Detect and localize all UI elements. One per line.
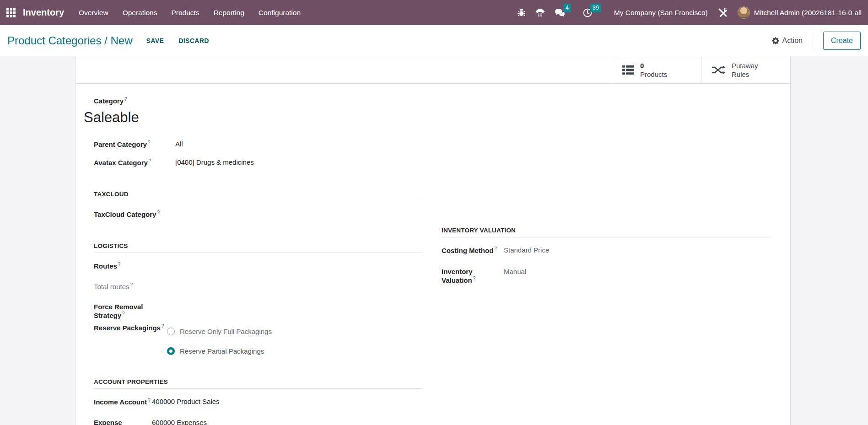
button-box: 0 Products Putaway Rules — [75, 56, 790, 84]
shuffle-icon — [712, 65, 726, 75]
reserve-packagings-help: ? — [162, 323, 164, 328]
taxcloud-category-help: ? — [157, 210, 160, 215]
avatax-category-value[interactable]: [0400] Drugs & medicines — [175, 158, 422, 166]
menu-operations[interactable]: Operations — [122, 7, 158, 19]
menu-configuration[interactable]: Configuration — [258, 7, 302, 19]
putaway-rules-label: Putaway Rules — [732, 61, 774, 79]
form-sheet: 0 Products Putaway Rules — [75, 56, 791, 425]
avatax-category-help: ? — [149, 158, 151, 163]
account-properties-section-title: ACCOUNT PROPERTIES — [94, 378, 422, 389]
routes-help: ? — [118, 262, 121, 267]
products-stat-button[interactable]: 0 Products — [612, 56, 701, 83]
apps-menu-button[interactable] — [0, 0, 22, 25]
costing-method-help: ? — [494, 246, 497, 251]
radio-label: Reserve Only Full Packagings — [180, 328, 272, 335]
radio-icon — [167, 328, 175, 335]
total-routes-label: Total routes — [94, 283, 129, 291]
company-switcher[interactable]: My Company (San Francisco) — [614, 9, 708, 17]
tools-icon[interactable] — [718, 8, 728, 17]
control-panel: Product Categories / New SAVE DISCARD Ac… — [0, 25, 868, 56]
app-name[interactable]: Inventory — [23, 7, 64, 18]
taxcloud-section-title: TAXCLOUD — [94, 191, 422, 201]
expense-account-value[interactable]: 600000 Expenses — [152, 419, 422, 425]
force-removal-strategy-help: ? — [122, 311, 125, 316]
systray: 4 39 My Company (San Francisco) Mitchell… — [507, 6, 862, 19]
category-help: ? — [124, 97, 127, 102]
control-panel-right: Action Create — [772, 32, 861, 50]
reserve-packagings-options: Reserve Only Full Packagings Reserve Par… — [167, 323, 422, 363]
products-count: 0 — [640, 61, 667, 70]
apps-grid-icon — [6, 8, 16, 17]
radio-reserve-partial-packagings[interactable]: Reserve Partial Packagings — [167, 343, 422, 359]
user-avatar[interactable] — [738, 6, 750, 19]
menu-reporting[interactable]: Reporting — [213, 7, 245, 19]
messages-icon[interactable]: 4 — [555, 8, 573, 17]
list-icon — [622, 65, 634, 75]
left-column: Parent Category? All Avatax Category? [0… — [94, 127, 422, 425]
right-column: INVENTORY VALUATION Costing Method? Stan… — [442, 127, 770, 288]
divider — [813, 32, 813, 49]
activities-clock-icon[interactable]: 39 — [583, 8, 603, 17]
radio-reserve-only-full-packagings[interactable]: Reserve Only Full Packagings — [167, 323, 422, 339]
inventory-valuation-label: Inventory Valuation — [442, 268, 473, 284]
income-account-value[interactable]: 400000 Product Sales — [152, 398, 422, 405]
voip-phone-icon[interactable] — [535, 9, 545, 16]
inventory-valuation-value[interactable]: Manual — [504, 268, 770, 275]
menu-overview[interactable]: Overview — [78, 7, 109, 19]
action-menu-button[interactable]: Action — [772, 37, 803, 45]
messages-count-badge: 4 — [563, 4, 571, 12]
debug-bug-icon[interactable] — [518, 8, 525, 17]
action-label: Action — [782, 37, 803, 45]
radio-icon — [167, 347, 175, 355]
expense-account-label: Expense Account — [94, 419, 122, 425]
products-label: Products — [640, 70, 667, 79]
putaway-rules-stat-button[interactable]: Putaway Rules — [701, 56, 790, 83]
parent-category-help: ? — [148, 140, 151, 145]
content-area: 0 Products Putaway Rules — [0, 56, 868, 425]
parent-category-label: Parent Category — [94, 140, 147, 148]
category-label: Category — [94, 97, 124, 105]
create-button[interactable]: Create — [823, 32, 861, 50]
activities-count-badge: 39 — [590, 4, 601, 12]
discard-button[interactable]: DISCARD — [178, 35, 210, 46]
menu-products[interactable]: Products — [170, 7, 200, 19]
routes-label: Routes — [94, 262, 117, 270]
taxcloud-category-label: TaxCloud Category — [94, 210, 156, 218]
reserve-packagings-label: Reserve Packagings — [94, 324, 161, 332]
inventory-valuation-section-title: INVENTORY VALUATION — [442, 227, 770, 237]
app-menu: Overview Operations Products Reporting C… — [78, 7, 302, 19]
total-routes-help: ? — [130, 282, 133, 287]
force-removal-strategy-label: Force Removal Strategy — [94, 303, 143, 319]
income-account-help: ? — [148, 398, 151, 403]
category-name-input[interactable]: Saleable — [84, 109, 770, 127]
costing-method-label: Costing Method — [442, 247, 493, 254]
gear-icon — [772, 37, 779, 44]
avatax-category-label: Avatax Category — [94, 159, 148, 167]
costing-method-value[interactable]: Standard Price — [504, 246, 770, 254]
inventory-valuation-help: ? — [473, 276, 476, 281]
breadcrumb[interactable]: Product Categories / New — [7, 34, 132, 47]
form-body: Category? Saleable Parent Category? All … — [75, 84, 790, 425]
user-menu[interactable]: Mitchell Admin (20026181-16-0-all — [754, 9, 862, 17]
radio-label: Reserve Partial Packagings — [180, 347, 264, 355]
logistics-section-title: LOGISTICS — [94, 242, 422, 253]
income-account-label: Income Account — [94, 398, 147, 406]
top-navbar: Inventory Overview Operations Products R… — [0, 0, 868, 25]
parent-category-value[interactable]: All — [175, 140, 422, 148]
save-button[interactable]: SAVE — [145, 35, 165, 46]
